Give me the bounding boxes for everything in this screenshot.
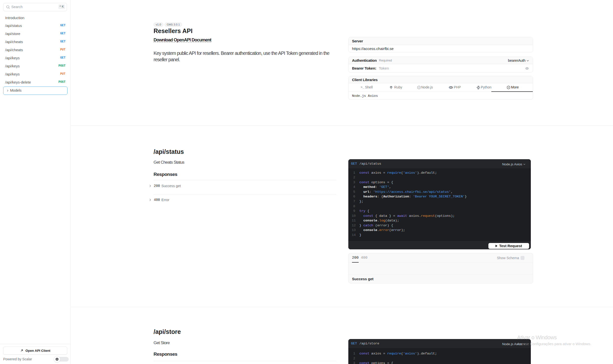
svg-text:JS: JS [418, 87, 420, 88]
svg-text:php: php [450, 87, 452, 88]
svg-text:JS: JS [508, 87, 510, 88]
